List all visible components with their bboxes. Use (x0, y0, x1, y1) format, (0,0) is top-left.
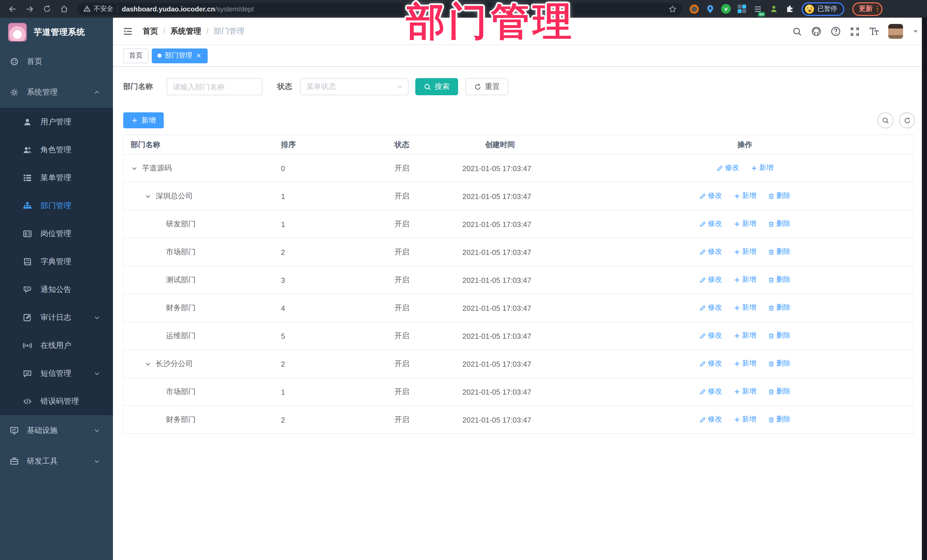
target-extension-icon[interactable] (689, 4, 699, 14)
dept-name: 财务部门 (166, 303, 196, 313)
expand-row-icon[interactable] (131, 164, 138, 172)
sidebar-item-dev-tools[interactable]: 研发工具 (0, 446, 113, 477)
sidebar-item-error-code[interactable]: 错误码管理 (0, 387, 113, 415)
row-delete-link[interactable]: 删除 (768, 247, 791, 257)
address-bar[interactable]: 不安全 dashboard.yudao.iocoder.cn/system/de… (78, 3, 682, 15)
user-menu-caret-icon[interactable] (912, 26, 919, 36)
browser-profile-chip[interactable]: 已暂停 (801, 2, 844, 16)
reload-icon[interactable] (40, 2, 54, 16)
back-icon[interactable] (6, 2, 20, 16)
close-tab-icon[interactable] (196, 52, 202, 59)
id-card-icon (23, 229, 32, 238)
row-delete-link[interactable]: 删除 (768, 415, 791, 425)
font-size-icon[interactable] (869, 26, 879, 36)
row-edit-link[interactable]: 修改 (699, 331, 722, 341)
row-actions: 修改新增删除 (576, 406, 913, 434)
row-edit-link[interactable]: 修改 (716, 163, 739, 173)
help-icon[interactable] (831, 26, 841, 36)
row-edit-link[interactable]: 修改 (699, 275, 722, 285)
browser-menu-icon[interactable] (877, 6, 878, 12)
user-avatar[interactable] (888, 24, 903, 38)
col-created: 创建时间 (459, 135, 576, 154)
dept-name: 测试部门 (166, 275, 196, 285)
list-extension-icon[interactable]: on (753, 4, 763, 14)
tab-home[interactable]: 首页 (123, 48, 148, 63)
search-icon[interactable] (792, 26, 802, 36)
row-edit-link[interactable]: 修改 (699, 387, 722, 397)
row-delete-link[interactable]: 删除 (768, 275, 791, 285)
tags-view: 首页 部门管理 (113, 45, 927, 67)
expand-row-icon[interactable] (144, 193, 152, 200)
row-add-link[interactable]: 新增 (734, 359, 757, 369)
row-edit-link[interactable]: 修改 (699, 359, 722, 369)
breadcrumb-item[interactable]: 首页 (143, 26, 158, 36)
sidebar-item-audit-log[interactable]: 审计日志 (0, 304, 113, 331)
sidebar-item-dept[interactable]: 部门管理 (0, 191, 113, 220)
reset-button[interactable]: 重置 (465, 78, 508, 95)
status-select[interactable]: 菜单状态 (300, 78, 409, 95)
sidebar-item-online-user[interactable]: 在线用户 (0, 331, 113, 359)
pin-extension-icon[interactable] (705, 4, 715, 14)
green-check-extension-icon[interactable]: v (721, 4, 731, 14)
search-button[interactable]: 搜索 (415, 78, 458, 95)
app-logo (8, 23, 27, 41)
page-scrollbar[interactable] (922, 18, 927, 560)
sidebar-item-post[interactable]: 岗位管理 (0, 220, 113, 247)
sidebar-item-menu[interactable]: 菜单管理 (0, 164, 113, 191)
row-add-link[interactable]: 新增 (734, 247, 757, 257)
row-edit-link[interactable]: 修改 (699, 303, 722, 313)
row-delete-link[interactable]: 删除 (768, 331, 791, 341)
sidebar-item-notice[interactable]: 通知公告 (0, 275, 113, 304)
sidebar-item-label: 岗位管理 (41, 228, 71, 239)
row-add-link[interactable]: 新增 (734, 387, 757, 397)
browser-update-button[interactable]: 更新 (852, 2, 883, 16)
github-icon[interactable] (811, 26, 821, 36)
sidebar-item-system[interactable]: 系统管理 (0, 77, 113, 108)
table-header-row: 部门名称 排序 状态 创建时间 操作 (123, 135, 913, 154)
breadcrumb-item[interactable]: 系统管理 (170, 26, 201, 36)
tab-dept[interactable]: 部门管理 (152, 48, 208, 63)
created-time: 2021-01-05 17:03:47 (459, 322, 576, 350)
sidebar-item-role[interactable]: 角色管理 (0, 136, 113, 164)
sidebar-item-dict[interactable]: 字典管理 (0, 247, 113, 275)
col-sort: 排序 (274, 135, 391, 154)
refresh-table-button[interactable] (899, 112, 915, 128)
row-delete-link[interactable]: 删除 (768, 387, 791, 397)
row-add-link[interactable]: 新增 (734, 275, 757, 285)
bookmark-star-icon[interactable] (669, 4, 676, 14)
row-add-link[interactable]: 新增 (734, 331, 757, 341)
sidebar-item-label: 角色管理 (41, 144, 71, 155)
sidebar-item-home[interactable]: 首页 (0, 46, 113, 77)
row-add-link[interactable]: 新增 (734, 219, 757, 229)
row-edit-link[interactable]: 修改 (699, 247, 722, 257)
row-add-link[interactable]: 新增 (734, 303, 757, 313)
row-delete-link[interactable]: 删除 (768, 191, 791, 201)
row-delete-link[interactable]: 删除 (768, 303, 791, 313)
sms-icon (23, 369, 32, 378)
fullscreen-icon[interactable] (850, 26, 860, 36)
sort-value: 2 (274, 238, 391, 266)
row-delete-link[interactable]: 删除 (768, 219, 791, 229)
sidebar-item-user[interactable]: 用户管理 (0, 108, 113, 136)
row-delete-link[interactable]: 删除 (768, 359, 791, 369)
sidebar-toggle-icon[interactable] (122, 25, 134, 37)
row-add-link[interactable]: 新增 (734, 415, 757, 425)
app-logo-row[interactable]: 芋道管理系统 (0, 18, 113, 46)
sidebar-item-infra[interactable]: 基础设施 (0, 415, 113, 446)
toggle-search-button[interactable] (877, 112, 894, 128)
grid-extension-icon[interactable] (737, 4, 747, 14)
puzzle-extensions-icon[interactable] (785, 4, 795, 14)
person-extension-icon[interactable] (769, 4, 779, 14)
add-button[interactable]: 新增 (123, 112, 164, 128)
security-warning[interactable]: 不安全 (83, 5, 113, 13)
home-icon[interactable] (57, 2, 71, 16)
forward-icon[interactable] (23, 2, 36, 16)
sidebar-item-sms[interactable]: 短信管理 (0, 359, 113, 387)
row-add-link[interactable]: 新增 (751, 163, 774, 173)
row-edit-link[interactable]: 修改 (699, 191, 722, 201)
dept-name-input[interactable] (167, 78, 263, 95)
row-edit-link[interactable]: 修改 (699, 415, 722, 425)
row-edit-link[interactable]: 修改 (699, 219, 722, 229)
expand-row-icon[interactable] (144, 360, 152, 367)
row-add-link[interactable]: 新增 (734, 191, 757, 201)
